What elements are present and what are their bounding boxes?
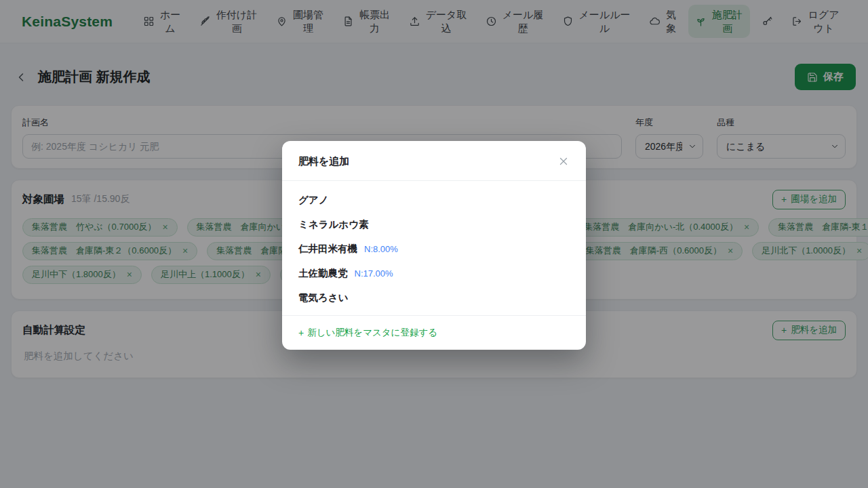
fertilizer-list: グアノミネラルホウ素仁井田米有機N:8.00%土佐勤農党N:17.00%電気ろさ… [282,181,586,315]
modal-title: 肥料を追加 [298,155,349,168]
fertilizer-list-item[interactable]: 電気ろさい [282,285,586,310]
fertilizer-nitrogen-value: N:17.00% [355,268,393,279]
fertilizer-list-item[interactable]: 土佐勤農党N:17.00% [282,261,586,285]
modal-header: 肥料を追加 [282,141,586,181]
fertilizer-name: ミネラルホウ素 [298,218,369,231]
app-root: KeinaSystem ホーム作付け計画圃場管理帳票出力データ取込メール履歴メー… [0,0,868,488]
fertilizer-name: 仁井田米有機 [298,243,357,256]
modal-footer: + 新しい肥料をマスタに登録する [282,315,586,350]
register-fertilizer-link-label: 新しい肥料をマスタに登録する [307,327,437,339]
plus-icon: + [298,328,304,338]
fertilizer-list-item[interactable]: グアノ [282,188,586,212]
fertilizer-name: グアノ [298,194,329,207]
register-fertilizer-link[interactable]: + 新しい肥料をマスタに登録する [298,327,437,339]
add-fertilizer-modal: 肥料を追加 グアノミネラルホウ素仁井田米有機N:8.00%土佐勤農党N:17.0… [282,141,586,350]
fertilizer-name: 土佐勤農党 [298,267,348,280]
modal-close-button[interactable] [556,154,571,169]
fertilizer-nitrogen-value: N:8.00% [364,244,398,254]
fertilizer-name: 電気ろさい [298,291,349,304]
fertilizer-list-item[interactable]: 仁井田米有機N:8.00% [282,237,586,261]
fertilizer-list-item[interactable]: ミネラルホウ素 [282,212,586,237]
